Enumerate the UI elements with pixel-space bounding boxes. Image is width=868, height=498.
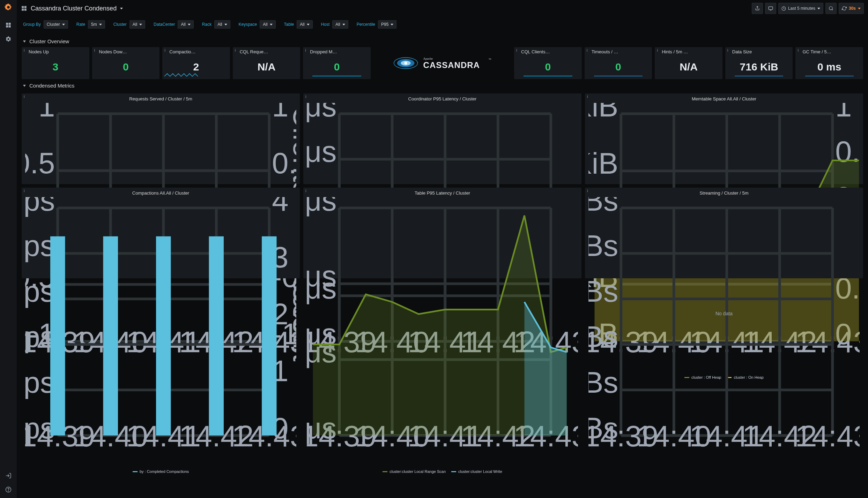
stat-title: Nodes Up [29,49,87,54]
panel-title: Requests Served / Cluster / 5m [25,96,296,101]
panel-coord[interactable]: iCoordinator P95 Latency / Cluster0 μs0.… [303,93,581,184]
signin-icon[interactable] [3,470,14,481]
filter-select[interactable]: Cluster [44,20,68,29]
info-icon: i [587,189,588,193]
filter-percentile: PercentileP95 [357,20,397,29]
zoom-out-button[interactable] [825,3,837,14]
panel-requests[interactable]: iRequests Served / Cluster / 5m-1-0.500.… [22,93,300,184]
panel-title: Memtable Space All.All / Cluster [588,96,860,101]
stat-tile[interactable]: iHints / 5m …N/A [655,47,722,79]
panel-streaming[interactable]: iStreaming / Cluster / 5m0 Bs0.2 Bs0.4 B… [585,188,863,278]
filter-select[interactable]: All [178,20,193,29]
svg-rect-8 [22,6,24,8]
filter-select[interactable]: All [260,20,275,29]
info-icon: i [24,48,25,52]
legend-item[interactable]: cluster:cluster Local Write [451,469,502,474]
svg-rect-10 [22,9,24,11]
svg-text:1.0 bps: 1.0 bps [25,197,55,217]
panel-memtable[interactable]: iMemtable Space All.All / Cluster0 B49 K… [585,93,863,184]
stat-tile[interactable]: iNodes Dow…0 [92,47,160,79]
filter-label: Rack [202,22,212,27]
help-icon[interactable] [3,484,14,495]
chevron-down-icon [23,85,26,87]
row-header-metrics[interactable]: Condensed Metrics [22,79,863,91]
filter-select[interactable]: All [332,20,348,29]
svg-text:14:43: 14:43 [795,420,860,453]
stat-title: Timeouts / … [592,49,650,54]
time-range-button[interactable]: Last 5 minutes [778,3,823,14]
stat-value: 0 [303,61,371,73]
svg-rect-2 [9,23,11,25]
chevron-down-icon [120,8,123,9]
stat-title: GC Time / 5… [802,49,861,54]
svg-point-16 [829,7,832,10]
row-header-overview[interactable]: Cluster Overview [22,35,863,47]
chevron-down-icon [307,24,310,25]
dashboards-icon[interactable] [3,20,14,31]
legend-item[interactable]: by : Completed Compactions [133,469,189,474]
filter-label: Keyspace [239,22,257,27]
stat-title: Hints / 5m … [662,49,720,54]
info-icon: i [235,48,236,52]
svg-text:0.6 Bs: 0.6 Bs [588,275,618,308]
stat-value: 716 KiB [725,61,793,73]
filter-select[interactable]: P95 [378,20,396,29]
refresh-button[interactable]: 30s [839,3,864,14]
metrics-row: iRequests Served / Cluster / 5m-1-0.500.… [22,93,863,278]
filter-keyspace: KeyspaceAll [239,20,276,29]
svg-rect-132 [156,236,171,436]
chevron-down-icon [139,24,142,25]
filter-label: Host [321,22,330,27]
tv-mode-button[interactable] [765,3,776,14]
plot-area[interactable]: 0 bps0.2 bps0.4 bps0.6 bps0.8 bps1.0 bps… [25,197,296,468]
panel-tablelat[interactable]: iTable P95 Latency / Cluster0 μs50 μs100… [303,188,581,278]
stat-tile[interactable]: iCQL Reque…N/A [233,47,301,79]
svg-text:™: ™ [488,58,491,61]
settings-icon[interactable] [3,33,14,45]
chevron-down-icon [858,8,861,9]
legend: cluster:cluster Local Range Scancluster:… [307,468,578,474]
panel-title: Coordinator P95 Latency / Cluster [307,96,578,101]
svg-text:0.8 μs: 0.8 μs [307,135,336,168]
chevron-down-icon [270,24,273,25]
share-button[interactable] [752,3,763,14]
stat-tile[interactable]: iGC Time / 5…0 ms [795,47,863,79]
main-scroll[interactable]: Cluster Overview iNodes Up3iNodes Dow…0i… [17,35,868,498]
svg-text:1: 1 [835,103,852,123]
stat-tile[interactable]: iCompactio…2 [162,47,230,79]
info-icon: i [587,95,588,99]
chevron-down-icon [62,24,65,25]
filter-rate: Rate5m [76,20,105,29]
grafana-logo[interactable] [3,3,13,13]
svg-rect-11 [24,9,27,11]
filter-select[interactable]: All [214,20,230,29]
stat-tile[interactable]: iData Size716 KiB [725,47,793,79]
stat-tile[interactable]: iDropped M…0 [303,47,371,79]
stat-value: N/A [655,61,722,73]
filter-select[interactable]: All [129,20,145,29]
stat-tile[interactable]: iTimeouts / …0 [585,47,652,79]
svg-rect-3 [6,25,8,28]
svg-text:146 KiB: 146 KiB [588,147,618,180]
svg-text:150 μs: 150 μs [307,197,336,217]
filter-label: Table [284,22,294,27]
stat-tile[interactable]: iCQL Clients…0 [514,47,582,79]
stat-tile[interactable]: iNodes Up3 [22,47,89,79]
svg-rect-1 [6,23,8,25]
plot-area[interactable]: 0 μs50 μs100 μs150 μs14:3914:4014:4114:4… [307,197,578,468]
svg-text:0.4 Bs: 0.4 Bs [588,320,618,353]
svg-rect-130 [50,236,65,436]
dashboard-title-block[interactable]: Cassandra Cluster Condensed [21,5,123,12]
filter-label: Rate [76,22,85,27]
stat-title: CQL Reque… [240,49,298,54]
panel-compactions[interactable]: iCompactions All.All / Cluster0 bps0.2 b… [22,188,300,278]
stat-value: 3 [22,61,89,73]
filter-select[interactable]: All [297,20,312,29]
plot-area[interactable]: 0 Bs0.2 Bs0.4 Bs0.6 Bs0.8 Bs1.0 Bs14:391… [588,197,860,468]
svg-point-0 [7,6,9,8]
stat-value: 0 [514,61,582,73]
filter-select[interactable]: 5m [88,20,105,29]
svg-text:Apache: Apache [423,57,432,60]
legend-item[interactable]: cluster:cluster Local Range Scan [383,469,446,474]
template-variables-bar: Group ByCluster Rate5m ClusterAll DataCe… [17,17,868,32]
